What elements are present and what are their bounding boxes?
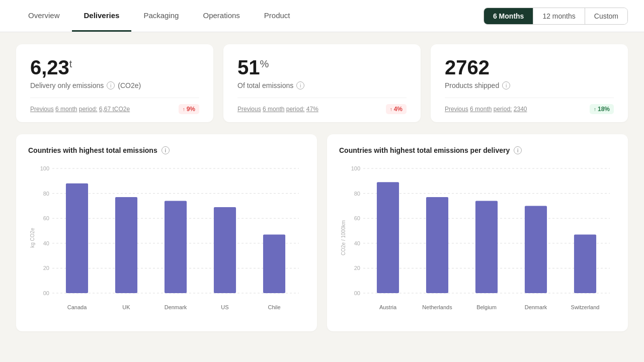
kpi-prev-period-emissions: Previous 6 month period: 6,67 tCO2e [30,106,130,113]
svg-text:80: 80 [354,191,360,197]
kpi-card-products: 2762 Products shipped i Previous 6 month… [431,44,628,122]
chart-area-left: 1008060402000kg CO2eCanadaUKDenmarkUSChi… [28,162,305,323]
svg-text:60: 60 [354,215,360,221]
chart-card-right: Countries with highest total emissions p… [327,134,628,331]
bar-x-label: Canada [67,304,87,310]
nav-tabs: Overview Deliveries Packaging Operations… [16,0,302,32]
bar-item [525,206,547,293]
tab-overview[interactable]: Overview [16,0,72,32]
svg-text:CO2e / 1000km: CO2e / 1000km [341,220,346,255]
svg-text:80: 80 [43,191,49,197]
arrow-up-icon-products: ↑ [594,107,596,112]
kpi-prev-period-products: Previous 6 month period: 2340 [445,106,527,113]
period-selector: 6 Months 12 months Custom [484,8,628,25]
info-icon-chart-left[interactable]: i [162,146,170,154]
bar-x-label: Denmark [525,304,547,310]
bar-x-label: Denmark [165,304,187,310]
kpi-badge-products: ↑ 18% [590,104,614,114]
bar-item [263,234,285,293]
kpi-value-percent: 51% [237,56,407,78]
svg-text:20: 20 [43,265,49,271]
chart-title-right: Countries with highest total emissions p… [339,146,616,154]
svg-text:00: 00 [43,290,49,296]
bar-x-label: UK [122,304,130,310]
svg-text:100: 100 [40,165,49,171]
period-custom-button[interactable]: Custom [585,8,627,24]
svg-text:kg CO2e: kg CO2e [30,228,35,248]
bar-x-label: Netherlands [422,304,452,310]
kpi-value-products: 2762 [445,56,614,78]
chart-svg: 1008060402000kg CO2eCanadaUKDenmarkUSChi… [28,162,305,313]
main-content: 6,23t Delivery only emissions i (CO2e) P… [0,32,644,343]
bar-item [574,234,596,293]
tab-packaging[interactable]: Packaging [131,0,191,32]
chart-title-left: Countries with highest total emissions i [28,146,305,154]
kpi-label-percent: Of total emissions i [237,81,407,89]
chart-area-right: 1008060402000CO2e / 1000kmAustriaNetherl… [339,162,616,323]
info-icon-emissions[interactable]: i [107,81,115,89]
kpi-value-emissions: 6,23t [30,56,199,78]
svg-text:100: 100 [351,165,360,171]
svg-text:40: 40 [43,240,49,246]
bar-item [66,184,88,293]
chart-row: Countries with highest total emissions i… [16,134,628,331]
period-6months-button[interactable]: 6 Months [484,8,533,24]
tab-product[interactable]: Product [252,0,302,32]
bar-item [475,201,498,293]
kpi-card-percent: 51% Of total emissions i Previous 6 mont… [223,44,421,122]
svg-text:60: 60 [43,215,49,221]
arrow-up-icon-percent: ↑ [390,107,392,112]
top-navigation: Overview Deliveries Packaging Operations… [0,0,644,32]
kpi-badge-percent: ↑ 4% [386,104,407,114]
bar-item [377,182,399,293]
kpi-label-products: Products shipped i [445,81,614,89]
bar-x-label: Austria [379,304,397,310]
bar-item [214,207,236,293]
chart-card-left: Countries with highest total emissions i… [16,134,317,331]
arrow-up-icon: ↑ [183,107,185,112]
bar-x-label: Chile [268,304,280,310]
kpi-badge-emissions: ↑ 9% [179,104,199,114]
tab-operations[interactable]: Operations [191,0,252,32]
svg-text:00: 00 [354,290,360,296]
bar-x-label: US [221,304,228,310]
kpi-footer-percent: Previous 6 month period: 47% ↑ 4% [237,98,407,114]
chart-svg: 1008060402000CO2e / 1000kmAustriaNetherl… [339,162,616,313]
kpi-label-emissions: Delivery only emissions i (CO2e) [30,81,199,89]
info-icon-chart-right[interactable]: i [514,146,522,154]
bar-item [426,197,448,293]
kpi-row: 6,23t Delivery only emissions i (CO2e) P… [16,44,628,122]
kpi-footer-emissions: Previous 6 month period: 6,67 tCO2e ↑ 9% [30,98,199,114]
bar-item [165,201,187,293]
info-icon-percent[interactable]: i [296,81,304,89]
bar-x-label: Belgium [476,304,497,310]
kpi-prev-period-percent: Previous 6 month period: 47% [237,106,318,113]
bar-x-label: Switzerland [571,304,600,310]
svg-text:20: 20 [354,265,360,271]
period-12months-button[interactable]: 12 months [533,8,585,24]
tab-deliveries[interactable]: Deliveries [72,0,132,32]
kpi-footer-products: Previous 6 month period: 2340 ↑ 18% [445,98,614,114]
bar-item [115,197,137,293]
svg-text:40: 40 [354,240,360,246]
info-icon-products[interactable]: i [502,81,510,89]
kpi-card-emissions: 6,23t Delivery only emissions i (CO2e) P… [16,44,213,122]
